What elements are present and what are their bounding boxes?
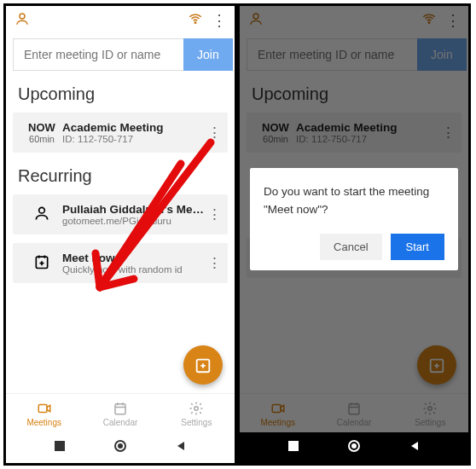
card-menu-icon[interactable]: ⋮ <box>204 254 224 272</box>
meeting-title: Meet now <box>62 252 204 264</box>
meeting-id-input[interactable] <box>13 38 183 71</box>
nav-home-icon[interactable] <box>347 439 361 456</box>
card-menu-icon[interactable]: ⋮ <box>204 206 224 223</box>
dialog-message: Do you want to start the meeting "Meet n… <box>264 183 444 218</box>
svg-rect-6 <box>115 404 125 414</box>
tab-calendar[interactable]: Calendar <box>82 394 158 432</box>
section-recurring: Recurring <box>6 161 235 194</box>
meeting-title: Pullaiah Giddaluru's Meeting <box>62 203 204 216</box>
tab-meetings[interactable]: Meetings <box>6 394 82 432</box>
modal-overlay: Do you want to start the meeting "Meet n… <box>240 6 468 432</box>
profile-icon[interactable] <box>15 11 30 30</box>
svg-point-20 <box>351 443 357 449</box>
overflow-menu-icon[interactable]: ⋮ <box>212 13 226 28</box>
meeting-subtitle: Quickly host with random id <box>62 264 204 275</box>
start-meeting-dialog: Do you want to start the meeting "Meet n… <box>250 168 458 270</box>
bottom-tabs: Meetings Calendar Settings <box>6 393 235 432</box>
svg-point-7 <box>194 407 199 411</box>
meeting-id: ID: 112-750-717 <box>62 134 204 144</box>
svg-point-1 <box>194 22 196 24</box>
meeting-link: gotomeet.me/PGiddaluru <box>62 216 204 226</box>
svg-rect-5 <box>38 405 47 413</box>
section-upcoming: Upcoming <box>6 79 235 113</box>
svg-point-2 <box>39 207 45 213</box>
android-nav-bar <box>240 432 468 463</box>
tab-settings[interactable]: Settings <box>159 394 235 432</box>
phone-left: ⋮ Join Upcoming NOW 60min Academic Meeti… <box>3 3 237 466</box>
time-badge: NOW 60min <box>21 121 62 144</box>
nav-back-icon[interactable] <box>409 440 421 455</box>
cancel-button[interactable]: Cancel <box>320 234 381 260</box>
svg-point-0 <box>20 14 25 19</box>
search-row: Join <box>6 33 235 79</box>
svg-rect-18 <box>288 441 299 451</box>
android-nav-bar <box>6 432 235 463</box>
phone-right: ⋮ Join Upcoming NOW 60min Academic Meeti… <box>237 3 471 466</box>
fab-new-meeting[interactable] <box>183 345 223 385</box>
wifi-icon <box>188 11 203 30</box>
card-menu-icon[interactable]: ⋮ <box>204 124 224 142</box>
svg-rect-8 <box>55 441 65 451</box>
meet-now-card[interactable]: Meet now Quickly host with random id ⋮ <box>13 243 228 283</box>
person-icon <box>21 205 62 225</box>
calendar-plus-icon <box>21 253 62 274</box>
start-button[interactable]: Start <box>391 234 444 260</box>
recurring-meeting-card[interactable]: Pullaiah Giddaluru's Meeting gotomeet.me… <box>13 194 228 234</box>
nav-recent-icon[interactable] <box>54 440 66 455</box>
join-button[interactable]: Join <box>183 38 233 71</box>
nav-home-icon[interactable] <box>113 439 127 456</box>
nav-back-icon[interactable] <box>175 440 187 455</box>
upcoming-meeting-card[interactable]: NOW 60min Academic Meeting ID: 112-750-7… <box>13 113 228 153</box>
nav-recent-icon[interactable] <box>287 440 299 455</box>
svg-point-10 <box>118 443 123 449</box>
meeting-title: Academic Meeting <box>62 121 204 134</box>
top-bar: ⋮ <box>6 6 235 33</box>
